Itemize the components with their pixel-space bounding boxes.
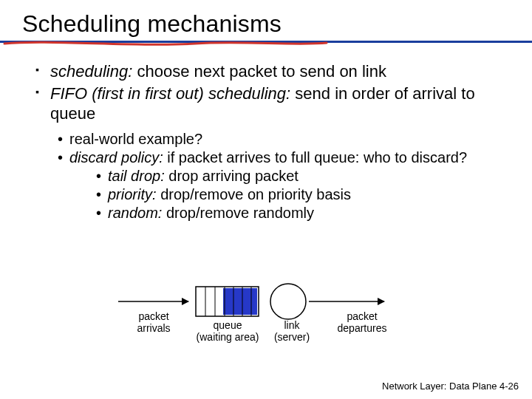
text: drop arriving packet — [165, 168, 299, 184]
label-arrivals: packetarrivals — [132, 310, 176, 334]
label-queue-l2: (waiting area) — [197, 331, 259, 343]
label-link-l2: (server) — [274, 331, 310, 343]
label-link: link (server) — [270, 319, 314, 343]
slide: Scheduling mechanisms scheduling: choose… — [0, 0, 532, 399]
bullet-fifo: FIFO (first in first out) scheduling: se… — [35, 83, 510, 124]
term-scheduling: scheduling: — [50, 62, 132, 81]
term-discard: discard policy: — [69, 149, 163, 166]
red-underline-icon — [3, 40, 328, 49]
label-link-l1: link — [284, 319, 299, 331]
label-queue: queue (waiting area) — [191, 319, 265, 343]
queue-icon — [196, 287, 259, 316]
sub2-bullets: tail drop: drop arriving packet priority… — [69, 167, 510, 222]
text: drop/remove on priority basis — [157, 186, 351, 202]
title-underline — [22, 41, 510, 48]
page-title: Scheduling mechanisms — [22, 10, 510, 38]
top-bullets: scheduling: choose next packet to send o… — [22, 61, 510, 124]
text: choose next packet to send on link — [132, 62, 386, 81]
server-icon — [270, 284, 306, 319]
text: if packet arrives to full queue: who to … — [163, 149, 467, 166]
term-priority: priority: — [108, 186, 157, 202]
label-departures: packetdepartures — [332, 310, 392, 334]
bullet-scheduling: scheduling: choose next packet to send o… — [35, 61, 510, 82]
sub-discard-policy: discard policy: if packet arrives to ful… — [58, 149, 510, 222]
sub2-tail-drop: tail drop: drop arriving packet — [96, 167, 510, 185]
term-tail-drop: tail drop: — [108, 168, 165, 184]
sub-real-world: real-world example? — [58, 130, 510, 149]
text: drop/remove randomly — [162, 205, 314, 221]
term-fifo: FIFO (first in first out) scheduling: — [50, 84, 290, 103]
svg-rect-2 — [223, 288, 257, 315]
sub2-priority: priority: drop/remove on priority basis — [96, 185, 510, 204]
slide-footer: Network Layer: Data Plane 4-26 — [382, 381, 519, 392]
term-random: random: — [108, 205, 162, 221]
queue-diagram: packetarrivals queue (waiting area) link… — [111, 279, 436, 361]
label-queue-l1: queue — [214, 319, 242, 331]
sub2-random: random: drop/remove randomly — [96, 204, 510, 222]
sub-bullets: real-world example? discard policy: if p… — [22, 130, 510, 222]
